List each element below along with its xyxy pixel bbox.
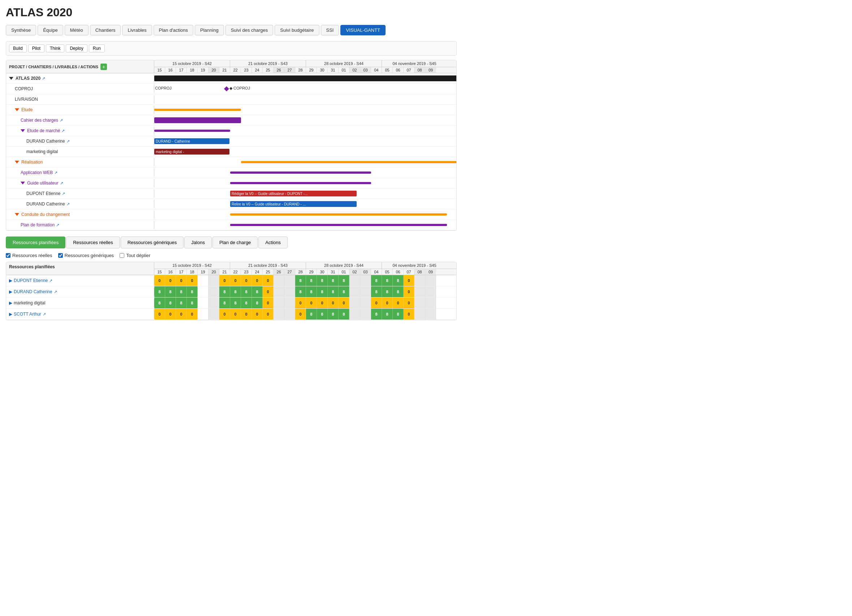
res-day-08: 08 [414, 269, 425, 275]
filter-deploy[interactable]: Deploy [66, 44, 87, 52]
scott-s42-d16: 0 [165, 309, 176, 319]
resource-header-timeline: 15 octobre 2019 - S42 21 octobre 2019 - … [154, 262, 456, 275]
scott-cells: 0 0 0 0 0 0 0 0 0 0 8 8 8 8 [154, 309, 456, 319]
cahier-charges-timeline-bar [154, 117, 241, 123]
durand-s44-d31: 8 [328, 286, 338, 297]
filter-tabs: Build Pilot Think Deploy Run [6, 41, 457, 56]
durand-s44-d03 [360, 286, 371, 297]
realisation-label: Réalisation [21, 160, 42, 165]
scott-expand-icon[interactable]: ▶ [9, 312, 12, 317]
tab-livrables[interactable]: Livrables [122, 25, 152, 35]
tab-ressources-generiques[interactable]: Ressources génériques [121, 236, 184, 249]
res-day-30: 30 [317, 269, 328, 275]
filter-build[interactable]: Build [9, 44, 27, 52]
marketing-s42-d19 [198, 298, 208, 308]
durand-expand-icon[interactable]: ▶ [9, 289, 12, 294]
marketing-s45-d06: 0 [393, 298, 403, 308]
tab-suivi-charges[interactable]: Suivi des charges [225, 25, 273, 35]
dupont-s42-d15: 0 [154, 275, 165, 286]
durand-task-indent: DURAND Catherine ↗ [9, 139, 70, 144]
coproj-milestone-diamond [224, 86, 229, 91]
etude-collapse-icon[interactable] [9, 107, 20, 112]
marketing-s43-d27 [284, 298, 295, 308]
dupont-s42-d16: 0 [165, 275, 176, 286]
durand-task-link-icon[interactable]: ↗ [66, 139, 70, 144]
dupont-s44-d01: 8 [338, 275, 349, 286]
guide-utilisateur-link-icon[interactable]: ↗ [60, 181, 63, 185]
day-03: 03 [360, 67, 371, 73]
res-day-29: 29 [306, 269, 317, 275]
day-28: 28 [295, 67, 306, 73]
day-22: 22 [230, 67, 241, 73]
gantt-header: PROJET / CHANTIERS / LIVRABLES / ACTIONS… [6, 60, 456, 73]
dupont-expand-icon[interactable]: ▶ [9, 278, 12, 283]
dupont-s45-d05: 8 [382, 275, 393, 286]
res-day-20: 20 [208, 269, 219, 275]
filter-ressources-reelles-checkbox[interactable] [6, 253, 11, 258]
dupont-task-timeline-bar: Rédiger la V0 -- Guide utilisateur - DUP… [230, 191, 357, 196]
tab-visual-gantt[interactable]: VISUAL-GANTT [340, 25, 385, 35]
tab-chantiers[interactable]: Chantiers [90, 25, 121, 35]
row-label-guide-utilisateur: Guide utilisateur ↗ [6, 179, 154, 187]
durand-guide-link-icon[interactable]: ↗ [66, 202, 70, 206]
gantt-week-row: 15 octobre 2019 - S42 21 octobre 2019 - … [154, 60, 456, 67]
scott-resource-link-icon[interactable]: ↗ [42, 312, 46, 317]
filter-ressources-generiques-label[interactable]: Ressources génériques [58, 253, 114, 258]
res-day-06: 06 [393, 269, 403, 275]
day-09: 09 [425, 67, 436, 73]
plan-formation-link-icon[interactable]: ↗ [56, 223, 59, 227]
filter-ressources-generiques-checkbox[interactable] [58, 253, 63, 258]
scott-s45-d09 [425, 309, 436, 319]
scott-s45-d04: 8 [371, 309, 382, 319]
gantt-row-plan-formation: Plan de formation ↗ [6, 220, 456, 230]
etude-marche-link-icon[interactable]: ↗ [62, 128, 65, 133]
guide-utilisateur-label: Guide utilisateur [27, 181, 59, 185]
add-item-button[interactable]: + [100, 63, 107, 70]
collapse-atlas2020-icon[interactable] [9, 77, 14, 80]
filter-think[interactable]: Think [46, 44, 64, 52]
filter-run[interactable]: Run [89, 44, 105, 52]
day-18: 18 [187, 67, 198, 73]
tab-equipe[interactable]: Équipe [38, 25, 63, 35]
tab-actions[interactable]: Actions [258, 236, 288, 249]
resource-week-s45: 04 novembre 2019 - S45 [382, 262, 447, 269]
dupont-cells: 0 0 0 0 0 0 0 0 0 8 8 8 8 8 [154, 275, 456, 286]
etude-bar [154, 105, 456, 115]
gantt-row-etude-marche: Etude de marché ↗ [6, 126, 456, 136]
application-web-link-icon[interactable]: ↗ [54, 170, 57, 175]
conduite-changement-bar [154, 209, 456, 220]
row-label-atlas2020: ATLAS 2020 ↗ [6, 74, 154, 82]
scott-s43-d25: 0 [263, 309, 273, 319]
gantt-timeline-header: 15 octobre 2019 - S42 21 octobre 2019 - … [154, 60, 456, 73]
filter-ressources-reelles-label[interactable]: Ressources réelles [6, 253, 52, 258]
filter-tout-deplier-label[interactable]: Tout déplier [119, 253, 150, 258]
tab-plan-actions[interactable]: Plan d'actions [154, 25, 194, 35]
cahier-charges-link-icon[interactable]: ↗ [60, 118, 63, 123]
tab-plan-charge[interactable]: Plan de charge [213, 236, 258, 249]
durand-resource-link-icon[interactable]: ↗ [54, 289, 57, 294]
durand-task-label: DURAND Catherine [26, 139, 65, 144]
marketing-expand-icon[interactable]: ▶ [9, 300, 12, 306]
durand-s42-d15: 8 [154, 286, 165, 297]
tab-ressources-reelles[interactable]: Ressources réelles [66, 236, 120, 249]
tab-ressources-planifiees[interactable]: Ressources planifiées [6, 236, 65, 249]
dupont-s45-d07: 0 [403, 275, 414, 286]
res-day-04: 04 [371, 269, 382, 275]
tab-jalons[interactable]: Jalons [184, 236, 212, 249]
coproj-label: COPROJ [9, 86, 33, 91]
marketing-task-label: marketing digital [9, 149, 58, 154]
scott-s44-d02 [349, 309, 360, 319]
tab-meteo[interactable]: Météo [65, 25, 89, 35]
realisation-indent: Réalisation [9, 160, 42, 165]
tab-planning[interactable]: Planning [195, 25, 224, 35]
tab-ssi[interactable]: SSI [321, 25, 339, 35]
dupont-resource-link-icon[interactable]: ↗ [49, 279, 52, 283]
filter-tout-deplier-checkbox[interactable] [119, 253, 124, 258]
day-05: 05 [382, 67, 393, 73]
filter-pilot[interactable]: Pilot [28, 44, 44, 52]
tab-synthese[interactable]: Synthèse [6, 25, 36, 35]
durand-s42-d19 [198, 286, 208, 297]
atlas2020-link-icon[interactable]: ↗ [42, 76, 45, 81]
tab-suivi-budgetaire[interactable]: Suivi budgétaire [275, 25, 319, 35]
dupont-etienne-task-link-icon[interactable]: ↗ [62, 191, 65, 196]
